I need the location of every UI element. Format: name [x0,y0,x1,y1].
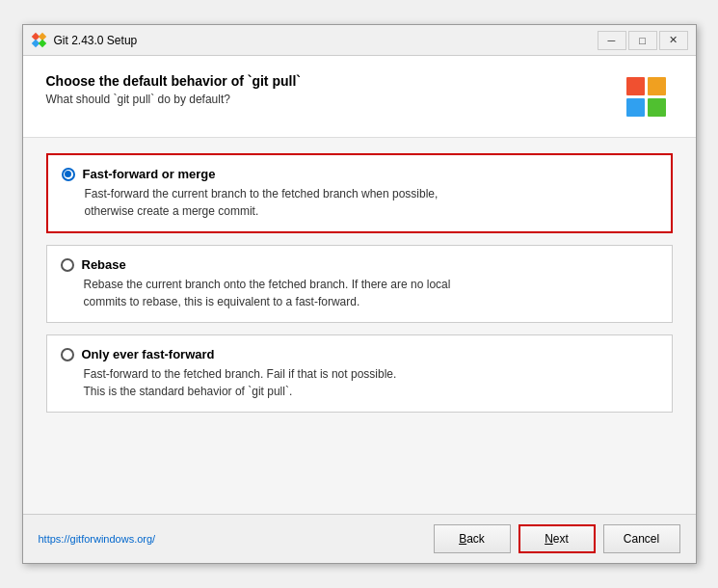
footer-link[interactable]: https://gitforwindows.org/ [39,533,156,545]
option-label-2: Rebase [82,257,126,272]
option-label-3: Only ever fast-forward [82,347,215,361]
option-rebase[interactable]: Rebase Rebase the current branch onto th… [46,245,673,323]
header-section: Choose the default behavior of `git pull… [23,56,696,138]
svg-rect-5 [648,77,666,95]
svg-rect-7 [648,98,666,117]
footer-buttons: Back Next Cancel [434,524,680,553]
option-desc-3: Fast-forward to the fetched branch. Fail… [84,365,658,400]
setup-window: Git 2.43.0 Setup ─ □ ✕ Choose the defaul… [22,24,697,564]
back-label: Back [459,532,485,546]
cancel-label: Cancel [624,532,659,546]
back-button[interactable]: Back [434,524,511,553]
minimize-button[interactable]: ─ [598,31,626,50]
content-section: Fast-forward or merge Fast-forward the c… [23,138,696,514]
option-label-1: Fast-forward or merge [83,167,216,181]
footer-section: https://gitforwindows.org/ Back Next Can… [23,514,696,563]
header-text: Choose the default behavior of `git pull… [46,73,607,106]
page-subtitle: What should `git pull` do by default? [46,93,607,106]
title-bar: Git 2.43.0 Setup ─ □ ✕ [23,25,696,56]
radio-rebase[interactable] [61,258,74,272]
radio-only-fast-forward[interactable] [61,348,74,361]
title-bar-controls: ─ □ ✕ [598,31,688,50]
option-row-2: Rebase [61,257,658,272]
window-title: Git 2.43.0 Setup [54,34,138,47]
next-button[interactable]: Next [519,524,596,553]
maximize-button[interactable]: □ [628,31,657,50]
option-row-1: Fast-forward or merge [62,167,657,181]
title-bar-left: Git 2.43.0 Setup [31,32,138,49]
option-desc-1: Fast-forward the current branch to the f… [85,185,657,220]
svg-rect-4 [626,77,645,95]
svg-rect-3 [38,39,45,46]
next-label: Next [545,532,569,546]
app-icon [31,32,48,49]
page-title: Choose the default behavior of `git pull… [46,73,607,89]
option-desc-2: Rebase the current branch onto the fetch… [84,276,658,310]
option-only-fast-forward[interactable]: Only ever fast-forward Fast-forward to t… [46,334,673,413]
close-button[interactable]: ✕ [659,31,688,50]
option-fast-forward-merge[interactable]: Fast-forward or merge Fast-forward the c… [46,153,673,233]
svg-rect-6 [626,98,645,117]
option-row-3: Only ever fast-forward [61,347,658,361]
git-logo [623,73,673,123]
cancel-button[interactable]: Cancel [603,524,680,553]
radio-fast-forward-merge[interactable] [62,168,75,181]
